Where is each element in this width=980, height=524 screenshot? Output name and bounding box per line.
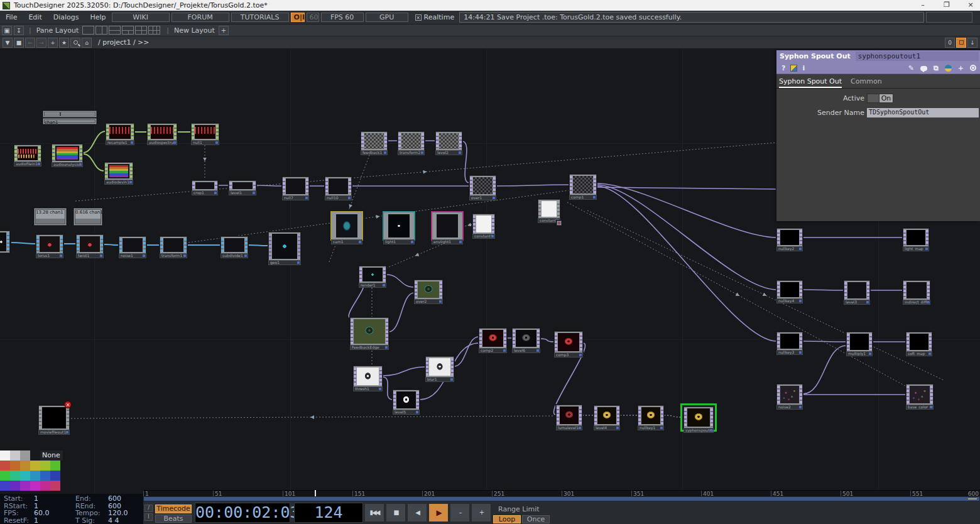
node-null10[interactable]: null10: [325, 177, 352, 196]
node-transform2[interactable]: transform2: [398, 131, 425, 151]
palette-swatch[interactable]: [50, 471, 60, 481]
node-crop1[interactable]: crop1: [192, 180, 218, 191]
palette-none-label[interactable]: None: [40, 450, 63, 461]
palette-swatch[interactable]: [40, 461, 50, 471]
zero-counter-button[interactable]: 0: [945, 38, 955, 48]
palette-swatch[interactable]: [10, 461, 20, 471]
node-level4[interactable]: level4: [594, 405, 620, 426]
node-base_color_map[interactable]: base_color_map: [906, 384, 934, 405]
search-button[interactable]: [70, 38, 80, 48]
node-lumalevel1[interactable]: lumalevel1: [556, 405, 582, 426]
node-nullkey1[interactable]: nullkey1: [638, 405, 664, 426]
import-icon[interactable]: ↧: [14, 26, 24, 35]
palette-swatch[interactable]: [0, 471, 10, 481]
node-val2[interactable]: 0.616 chan1: [74, 208, 102, 226]
menu-edit[interactable]: Edit: [28, 13, 41, 21]
node-audiospectrum1[interactable]: audiospectrum1: [147, 123, 177, 141]
menu-button-tutorials[interactable]: TUTORIALS: [231, 13, 289, 22]
node-level2[interactable]: level2: [435, 131, 462, 151]
node-cam1[interactable]: cam1: [330, 211, 363, 241]
node-twist1[interactable]: twist1: [76, 234, 104, 254]
pencil-icon[interactable]: ✎: [908, 64, 914, 72]
node-marker1[interactable]: [557, 221, 562, 226]
node-blur1[interactable]: blur1: [425, 356, 454, 378]
pane-preset-hsplit[interactable]: [109, 26, 121, 35]
step-back-button[interactable]: ◀: [407, 503, 427, 522]
node-envlight1[interactable]: envlight1: [431, 211, 464, 241]
node-subdivide1[interactable]: subdivide1: [220, 236, 248, 254]
pane-preset-hsplit-b[interactable]: [122, 26, 134, 35]
python-icon[interactable]: [945, 65, 952, 72]
node-level3[interactable]: level3: [844, 280, 870, 300]
target-icon[interactable]: [970, 65, 976, 71]
palette-swatch[interactable]: [30, 471, 40, 481]
fps-button[interactable]: FPS 60: [321, 13, 364, 22]
slash-button[interactable]: /: [144, 505, 153, 512]
palette-swatch[interactable]: [10, 450, 20, 461]
node-audiofilein1[interactable]: audiofilein1: [14, 145, 41, 162]
new-layout-add-button[interactable]: +: [219, 26, 229, 35]
add-icon[interactable]: +: [958, 64, 964, 72]
palette-swatch[interactable]: [50, 481, 60, 491]
transport-field-value[interactable]: 1: [34, 495, 75, 503]
palette-swatch[interactable]: [0, 461, 10, 471]
node-val1[interactable]: 13.28 chan1: [34, 208, 67, 226]
transport-field-value[interactable]: 600: [108, 495, 143, 503]
active-toggle[interactable]: On: [867, 94, 893, 103]
collapse-button[interactable]: ▼: [3, 38, 13, 48]
node-level5[interactable]: level5: [393, 390, 420, 410]
language-icon[interactable]: [790, 65, 797, 72]
palette-swatch[interactable]: [30, 461, 40, 471]
node-over2[interactable]: over2: [414, 280, 443, 300]
transport-field-value[interactable]: 1: [34, 517, 75, 524]
node-feedback1[interactable]: feedback1: [361, 131, 388, 151]
gpu-button[interactable]: GPU: [366, 13, 408, 22]
node-torus1[interactable]: torus1: [36, 234, 63, 254]
palette-swatch[interactable]: [0, 450, 10, 461]
node-field1[interactable]: chan1: [43, 118, 97, 124]
skip-start-button[interactable]: ▮◀◀: [364, 503, 384, 522]
bookmark-button[interactable]: ★: [59, 38, 69, 48]
palette-swatch[interactable]: [20, 461, 30, 471]
node-nullkey4[interactable]: nullkey4: [776, 280, 803, 299]
node-geo1[interactable]: geo1: [268, 232, 301, 261]
maximize-button[interactable]: ❐: [937, 0, 956, 11]
node-constant2[interactable]: constant2: [538, 199, 560, 219]
network-editor[interactable]: chan1audiofilein1audioanalysis1resample1…: [0, 49, 980, 494]
node-transform1[interactable]: transform1: [160, 236, 187, 254]
node-comp2[interactable]: comp2: [479, 328, 507, 349]
param-tab-common[interactable]: Common: [851, 77, 882, 88]
pane-preset-vsplit[interactable]: [95, 26, 107, 35]
palette-swatch[interactable]: [10, 481, 20, 491]
realtime-checkbox-icon[interactable]: ×: [415, 14, 422, 21]
node-null1[interactable]: null1: [191, 123, 219, 141]
op-name-field[interactable]: syphonspoutout1: [856, 52, 979, 61]
realtime-toggle[interactable]: × Realtime: [415, 13, 455, 21]
integer-frame-button[interactable]: I: [144, 513, 153, 521]
timecode-mode-button[interactable]: Timecode: [155, 505, 192, 513]
loop-button[interactable]: Loop: [493, 515, 521, 523]
node-over1[interactable]: over1: [469, 175, 496, 196]
info-icon[interactable]: i: [802, 64, 805, 72]
node-null7[interactable]: null7: [282, 177, 309, 196]
comment-icon[interactable]: [920, 66, 927, 71]
io-toggle-button[interactable]: O|I: [291, 13, 305, 22]
node-constant1[interactable]: constant1: [472, 214, 495, 234]
palette-swatch[interactable]: [40, 471, 50, 481]
transport-field-value[interactable]: 4 4: [108, 517, 143, 524]
close-button[interactable]: ×: [961, 0, 980, 11]
node-soft_map[interactable]: soft_map: [906, 332, 932, 352]
once-button[interactable]: Once: [522, 515, 550, 523]
node-slider1[interactable]: [43, 111, 97, 117]
beats-mode-button[interactable]: Beats: [155, 515, 192, 523]
window-placement-icon[interactable]: ▣: [2, 26, 12, 35]
menu-button-wiki[interactable]: WIKI: [112, 13, 170, 22]
playhead[interactable]: [315, 490, 316, 496]
range-handle[interactable]: [967, 498, 977, 500]
node-audioanalysis1[interactable]: audioanalysis1: [52, 144, 83, 163]
node-comp1[interactable]: comp1: [569, 174, 597, 195]
node-indirect_diffuse[interactable]: indirect_diffuse: [903, 280, 930, 300]
toggle-knob[interactable]: [867, 94, 879, 103]
node-audiodevin1[interactable]: audiodevin1: [104, 162, 133, 180]
transport-field-value[interactable]: 120.0: [108, 510, 143, 517]
